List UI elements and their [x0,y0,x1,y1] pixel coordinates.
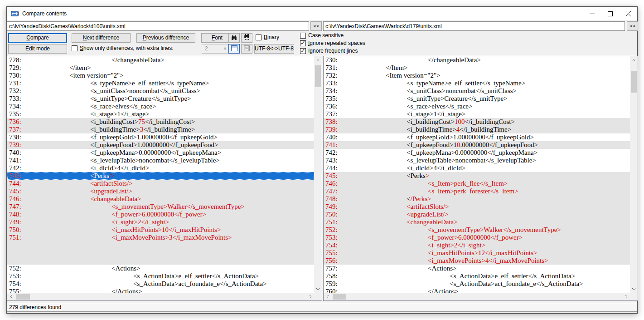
show-only-differences-checkbox[interactable] [72,45,77,51]
right-path-input[interactable] [323,21,625,31]
right-horizontal-scrollbar[interactable] [324,293,630,300]
maximize-button[interactable] [601,7,619,20]
code-row[interactable]: 755:<i_maxHitPoints>12</i_maxHitPoints> [324,249,630,257]
scroll-left-icon[interactable] [7,293,15,300]
scroll-right-icon[interactable] [306,293,314,300]
find-next-button[interactable] [241,33,252,43]
code-row[interactable]: 749:<artifactSlots/> [324,203,630,211]
code-row[interactable]: 733:<s_unitType>Creature</s_unitType> [7,95,314,103]
scroll-down-icon[interactable] [314,285,322,293]
filler-row[interactable] [7,257,314,265]
code-row[interactable]: 744:<artifactSlots/> [7,180,314,187]
save-button[interactable] [241,44,252,54]
code-row[interactable]: 751:<changeableData> [324,218,630,226]
code-row[interactable]: 748:</Perks> [324,195,630,203]
scroll-down-icon[interactable] [630,285,638,293]
right-vertical-scrollbar[interactable] [630,56,638,293]
code-row[interactable]: 754:<s_ActionData>act_foundate_e</s_Acti… [7,280,314,288]
code-row[interactable]: 746:<changeableData> [7,195,314,203]
next-difference-button[interactable]: Next difference [72,33,131,43]
right-path-more-button[interactable]: >> [627,21,638,31]
code-row[interactable]: 745:<upgradeList/> [7,187,314,195]
code-row[interactable]: 734:<s_unitClass>noncombat</s_unitClass> [324,87,630,95]
code-row[interactable]: 732:<Item version="2"> [324,72,630,79]
code-row[interactable]: 750:<upgradeList/> [324,211,630,218]
code-row[interactable]: 739:<f_upkeepFood>1.00000000</f_upkeepFo… [7,141,314,149]
code-row[interactable]: 737:<i_stage>1</i_stage> [324,110,630,118]
left-horizontal-scrollbar[interactable] [7,293,314,300]
binary-checkbox[interactable] [256,34,261,40]
code-row[interactable]: 751:<i_maxMovePoints>3</i_maxMovePoints> [7,234,314,241]
code-row[interactable]: 734:<s_race>elves</s_race> [7,103,314,110]
code-row[interactable]: 738:<i_buildingCost>100</i_buildingCost> [324,118,630,126]
filler-row[interactable] [7,249,314,257]
minimize-button[interactable] [583,7,601,20]
encoding-button[interactable]: UTF-8<->UTF-8 [254,44,294,54]
code-row[interactable]: 750:<i_maxHitPoints>10</i_maxHitPoints> [7,226,314,234]
ignore-repeated-spaces-checkbox[interactable] [300,40,306,46]
code-row[interactable]: 737:<i_buildingTime>3</i_buildingTime> [7,126,314,133]
code-row[interactable]: 730:</changeableData> [324,56,630,64]
code-row[interactable]: 733:<s_typeName>e_elf_settler</s_typeNam… [324,79,630,87]
code-row[interactable]: 743:<Perks/> [7,172,314,180]
code-row[interactable]: 747:<s_movementType>Walker</s_movementTy… [7,203,314,211]
right-hscroll-thumb[interactable] [333,294,346,300]
code-row[interactable]: 735:<i_stage>1</i_stage> [7,110,314,118]
code-row[interactable]: 736:<s_race>elves</s_race> [324,103,630,110]
code-row[interactable]: 747:<s_Item>perk_forester</s_Item> [324,187,630,195]
code-row[interactable]: 754:<i_sight>2</i_sight> [324,241,630,249]
left-vscroll-thumb[interactable] [315,65,321,87]
scroll-up-icon[interactable] [314,56,322,64]
code-row[interactable]: 752:<Actions> [7,265,314,272]
case-sensitive-checkbox[interactable] [300,33,306,39]
code-row[interactable]: 746:<s_Item>perk_flee</s_Item> [324,180,630,187]
scroll-up-icon[interactable] [630,56,638,64]
code-row[interactable]: 753:<s_ActionData>e_elf_settler</s_Actio… [7,272,314,280]
code-row[interactable]: 742:<f_upkeepMana>0.00000000</f_upkeepMa… [324,149,630,157]
code-row[interactable]: 756:<i_maxMovePoints>4</i_maxMovePoints> [324,257,630,265]
code-row[interactable]: 729:</item> [7,64,314,72]
code-row[interactable]: 745:<Perks> [324,172,630,180]
scroll-left-icon[interactable] [324,293,331,300]
ignore-frequent-lines-checkbox[interactable] [300,48,306,54]
filler-row[interactable] [7,241,314,249]
left-vertical-scrollbar[interactable] [314,56,322,293]
code-row[interactable]: 739:<i_buildingTime>4</i_buildingTime> [324,126,630,133]
edit-mode-button[interactable]: Edit mode [8,44,67,54]
code-row[interactable]: 753:<f_power>6.00000000</f_power> [324,234,630,241]
code-row[interactable]: 742:<i_dlcId>4</i_dlcId> [7,164,314,172]
code-row[interactable]: 735:<s_unitType>Creature</s_unitType> [324,95,630,103]
code-row[interactable]: 740:<f_upkeepGold>1.00000000</f_upkeepGo… [324,133,630,141]
code-row[interactable]: 740:<f_upkeepMana>0.00000000</f_upkeepMa… [7,149,314,157]
compare-button[interactable]: Compare [8,33,67,43]
code-row[interactable]: 731:</Item> [324,64,630,72]
code-row[interactable]: 730:<item version="2"> [7,72,314,79]
code-row[interactable]: 749:<i_sight>2</i_sight> [7,218,314,226]
code-row[interactable]: 732:<s_unitClass>noncombat</s_unitClass> [7,87,314,95]
left-path-more-button[interactable]: >> [310,21,322,31]
code-row[interactable]: 759:<s_ActionData>act_foundate_e</s_Acti… [324,280,630,288]
code-row[interactable]: 760:</Actions> [324,288,630,293]
left-path-input[interactable] [7,21,309,31]
close-button[interactable] [619,7,637,20]
code-row[interactable]: 748:<f_power>6.00000000</f_power> [7,211,314,218]
scroll-right-icon[interactable] [622,293,630,300]
code-row[interactable]: 728:</changeableData> [7,56,314,64]
code-row[interactable]: 731:<s_typeName>e_elf_settler</s_typeNam… [7,79,314,87]
code-row[interactable]: 743:<s_levelupTable>noncombat</s_levelup… [324,157,630,164]
code-row[interactable]: 741:<f_upkeepFood>10.00000000</f_upkeepF… [324,141,630,149]
code-row[interactable]: 755:</Actions> [7,288,314,293]
code-row[interactable]: 758:<s_ActionData>e_elf_settler</s_Actio… [324,272,630,280]
code-row[interactable]: 752:<s_movementType>Walker</s_movementTy… [324,226,630,234]
previous-difference-button[interactable]: Previous difference [136,33,195,43]
find-button[interactable] [228,33,240,43]
result-panel-button[interactable] [228,44,240,54]
extra-lines-select[interactable]: 2 ∨ [202,44,230,54]
code-row[interactable]: 744:<i_dlcId>4</i_dlcId> [324,164,630,172]
right-vscroll-thumb[interactable] [631,71,637,93]
code-row[interactable]: 738:<f_upkeepGold>1.00000000</f_upkeepGo… [7,133,314,141]
code-row[interactable]: 736:<i_buildingCost>75</i_buildingCost> [7,118,314,126]
left-hscroll-thumb[interactable] [16,294,30,300]
code-row[interactable]: 757:<Actions> [324,265,630,272]
code-row[interactable]: 741:<s_levelupTable>noncombat</s_levelup… [7,157,314,164]
